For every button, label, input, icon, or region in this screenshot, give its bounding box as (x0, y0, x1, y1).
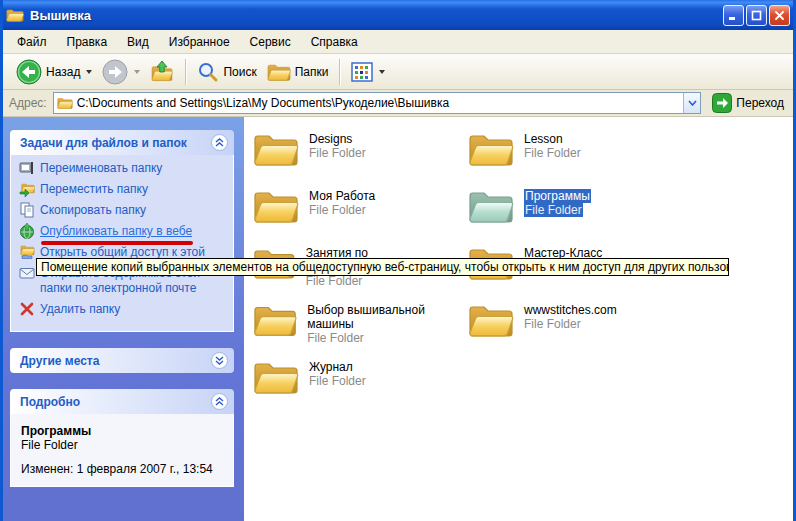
forward-dropdown-icon (134, 70, 140, 74)
details-item-name: Программы (21, 424, 227, 438)
folder-icon (253, 130, 299, 168)
task-item[interactable]: Опубликовать папку в вебе (19, 224, 229, 239)
task-item[interactable]: Переместить папку (19, 182, 229, 197)
task-item[interactable]: Скопировать папку (19, 203, 229, 218)
folder-tile[interactable]: Журнал File Folder (253, 358, 468, 415)
window-title: Вышивка (30, 8, 721, 23)
views-dropdown-icon[interactable] (379, 70, 385, 74)
search-button[interactable]: Поиск (192, 59, 261, 85)
collapse-button[interactable] (211, 134, 228, 151)
menu-item[interactable]: Справка (301, 32, 368, 52)
back-icon (16, 59, 42, 85)
task-publish-web-icon (19, 223, 35, 239)
go-label: Переход (736, 96, 784, 110)
address-input[interactable]: C:\Documents and Settings\Liza\My Docume… (53, 92, 702, 114)
folder-view: Designs File Folder Lesson File Folder (244, 117, 793, 521)
folder-tile[interactable]: wwwstitches.com File Folder (468, 301, 683, 358)
back-dropdown-icon[interactable] (86, 70, 92, 74)
collapse-button[interactable] (211, 393, 228, 410)
file-tasks-header[interactable]: Задачи для файлов и папок (10, 130, 234, 155)
other-places-header[interactable]: Другие места (10, 348, 234, 373)
details-title: Подробно (20, 395, 211, 409)
views-icon (351, 62, 373, 82)
menu-bar: ФайлПравкаВидИзбранноеСервисСправка (3, 30, 793, 54)
details-header[interactable]: Подробно (10, 389, 234, 414)
address-label: Адрес: (9, 96, 47, 110)
folder-icon (253, 187, 299, 225)
folder-type: File Folder (309, 146, 366, 160)
task-share-icon (19, 244, 35, 260)
task-delete-icon (19, 301, 35, 317)
folders-label: Папки (295, 65, 329, 79)
up-button[interactable] (145, 58, 179, 86)
forward-button[interactable] (97, 57, 145, 87)
file-tasks-panel: Задачи для файлов и папок Переименовать … (10, 130, 234, 332)
folders-icon (267, 61, 291, 83)
folder-tile[interactable]: Программы File Folder (468, 187, 683, 244)
folder-tile[interactable]: Designs File Folder (253, 130, 468, 187)
forward-icon (102, 59, 128, 85)
details-panel: Подробно Программы File Folder Изменен: … (10, 389, 234, 487)
folder-icon (468, 187, 514, 225)
folder-name: wwwstitches.com (524, 303, 617, 317)
window-folder-icon (6, 7, 24, 23)
content-area: Задачи для файлов и папок Переименовать … (3, 117, 793, 521)
task-item[interactable]: Переименовать папку (19, 161, 229, 176)
maximize-icon (751, 10, 762, 21)
toolbar-separator (339, 59, 340, 85)
details-item-type: File Folder (21, 438, 227, 452)
other-places-panel: Другие места (10, 348, 234, 373)
folder-tile[interactable]: Моя Работа File Folder (253, 187, 468, 244)
task-email-icon (19, 265, 35, 281)
minimize-icon (728, 10, 739, 21)
folder-tile[interactable]: Выбор вышивальной машины File Folder (253, 301, 468, 358)
maximize-button[interactable] (746, 5, 767, 26)
menu-item[interactable]: Избранное (159, 32, 240, 52)
explorer-window: Вышивка ФайлПравкаВидИзбранноеСервисСпра… (0, 0, 796, 521)
task-item[interactable]: Удалить папку (19, 302, 229, 317)
views-button[interactable] (346, 60, 390, 84)
menu-item[interactable]: Сервис (240, 32, 301, 52)
task-pane: Задачи для файлов и папок Переименовать … (3, 117, 244, 521)
folder-icon (253, 358, 299, 396)
folder-name: Designs (309, 132, 366, 146)
close-button[interactable] (769, 5, 790, 26)
chevron-down-icon (688, 100, 697, 106)
file-tasks-title: Задачи для файлов и папок (20, 136, 211, 150)
folder-name: Lesson (524, 132, 581, 146)
chevron-up-icon (215, 138, 224, 147)
other-places-title: Другие места (20, 354, 211, 368)
menu-item[interactable]: Правка (57, 32, 118, 52)
folder-type: File Folder (524, 317, 617, 331)
minimize-button[interactable] (723, 5, 744, 26)
expand-button[interactable] (211, 352, 228, 369)
search-label: Поиск (223, 65, 256, 79)
tooltip: Помещение копий выбранных элементов на о… (36, 258, 729, 276)
menu-item[interactable]: Вид (117, 32, 159, 52)
back-label: Назад (46, 65, 80, 79)
folders-button[interactable]: Папки (262, 59, 334, 85)
details-item-modified: Изменен: 1 февраля 2007 г., 13:54 (21, 462, 227, 476)
folder-type: File Folder (307, 331, 468, 345)
address-path[interactable]: C:\Documents and Settings\Liza\My Docume… (77, 96, 684, 110)
up-folder-icon (150, 60, 174, 84)
folder-name: Моя Работа (309, 189, 375, 203)
folder-type: File Folder (306, 274, 468, 288)
chevron-up-icon (215, 397, 224, 406)
folder-icon (253, 301, 297, 339)
red-underline-annotation (41, 241, 193, 245)
menu-item[interactable]: Файл (7, 32, 57, 52)
go-button[interactable]: Переход (709, 92, 787, 114)
folder-type: File Folder (524, 203, 583, 217)
folder-icon (468, 130, 514, 168)
search-icon (197, 61, 219, 83)
folder-tile[interactable]: Lesson File Folder (468, 130, 683, 187)
back-button[interactable]: Назад (11, 57, 97, 87)
title-bar[interactable]: Вышивка (0, 0, 796, 30)
task-rename-icon (19, 160, 35, 176)
address-dropdown-button[interactable] (683, 93, 700, 113)
task-move-icon (19, 181, 35, 197)
address-folder-icon (57, 96, 73, 110)
task-copy-icon (19, 202, 35, 218)
folder-name: Журнал (309, 360, 366, 374)
